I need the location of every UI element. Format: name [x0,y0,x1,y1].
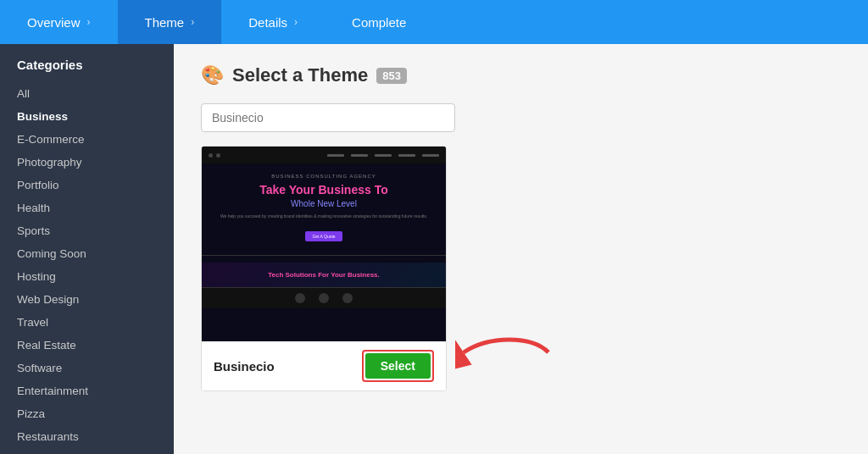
page-title-row: 🎨 Select a Theme 853 [201,64,841,86]
preview-divider [202,255,446,256]
nav-theme[interactable]: Theme › [118,0,222,44]
nav-complete-label: Complete [352,15,406,30]
nav-overview-label: Overview [27,15,81,30]
search-box[interactable] [201,103,455,132]
preview-dot-1 [209,153,213,158]
theme-count-badge: 853 [376,68,407,84]
top-nav: Overview › Theme › Details › Complete [0,0,868,44]
sidebar-item-software[interactable]: Software [0,357,174,379]
search-input[interactable] [212,111,444,125]
sidebar-item-travel[interactable]: Travel [0,311,174,334]
preview-nav-item-5 [422,154,439,157]
nav-complete[interactable]: Complete [325,0,433,44]
preview-nav-item-3 [375,154,392,157]
preview-social-2 [319,293,329,303]
sidebar-item-blog[interactable]: Blog [0,448,174,454]
preview-dot-2 [216,153,220,158]
sidebar-item-health[interactable]: Health [0,197,174,219]
preview-header [202,147,446,163]
nav-details-chevron: › [294,16,298,28]
sidebar-item-pizza[interactable]: Pizza [0,402,174,425]
select-button[interactable]: Select [365,353,431,379]
sidebar-item-photography[interactable]: Photography [0,151,174,174]
preview-nav-item-1 [327,154,344,157]
sidebar-item-real-estate[interactable]: Real Estate [0,334,174,357]
sidebar-item-all[interactable]: All [0,82,174,105]
preview-social-3 [342,293,353,303]
preview-nav-item-4 [398,154,415,157]
preview-nav [327,154,439,157]
red-arrow-svg [455,331,557,374]
sidebar-item-sports[interactable]: Sports [0,219,174,242]
preview-bottom-text: Tech Solutions For Your Business. [215,271,432,279]
preview-body-text: We help you succeed by creating brand id… [215,213,432,220]
sidebar-item-business[interactable]: Business [0,105,174,128]
preview-headline-2: Whole New Level [215,199,432,208]
main-layout: Categories All Business E-Commerce Photo… [0,44,868,454]
sidebar-item-restaurants[interactable]: Restaurants [0,425,174,448]
sidebar-item-ecommerce[interactable]: E-Commerce [0,128,174,151]
nav-details-label: Details [248,15,287,30]
preview-nav-item-2 [351,154,368,157]
theme-card-bottom: Businecio Select [202,341,446,390]
arrow-annotation [455,331,557,376]
preview-cta-button: Get A Quote [305,231,342,241]
theme-name: Businecio [214,359,275,374]
page-title: Select a Theme [232,64,368,86]
nav-overview-chevron: › [87,16,91,28]
theme-card: BUSINESS CONSULTING AGENCY Take Your Bus… [201,146,447,391]
nav-theme-label: Theme [145,15,185,30]
palette-icon: 🎨 [201,64,224,86]
theme-preview: BUSINESS CONSULTING AGENCY Take Your Bus… [202,147,446,341]
sidebar-item-entertainment[interactable]: Entertainment [0,379,174,402]
sidebar-item-web-design[interactable]: Web Design [0,288,174,311]
nav-overview[interactable]: Overview › [0,0,118,44]
nav-details[interactable]: Details › [221,0,325,44]
sidebar-item-hosting[interactable]: Hosting [0,265,174,288]
preview-social-1 [295,293,305,303]
preview-bottom: Tech Solutions For Your Business. [202,263,446,287]
content-area: 🎨 Select a Theme 853 [174,44,868,454]
sidebar: Categories All Business E-Commerce Photo… [0,44,174,454]
preview-hero: BUSINESS CONSULTING AGENCY Take Your Bus… [202,163,446,248]
select-btn-wrapper: Select [362,350,434,382]
preview-headline-1: Take Your Business To [215,182,432,197]
nav-theme-chevron: › [191,16,194,28]
sidebar-title: Categories [0,58,174,82]
preview-agency-text: BUSINESS CONSULTING AGENCY [215,174,432,179]
sidebar-item-coming-soon[interactable]: Coming Soon [0,242,174,265]
sidebar-item-portfolio[interactable]: Portfolio [0,174,174,197]
theme-card-area: BUSINESS CONSULTING AGENCY Take Your Bus… [201,146,841,391]
preview-footer [202,287,446,308]
